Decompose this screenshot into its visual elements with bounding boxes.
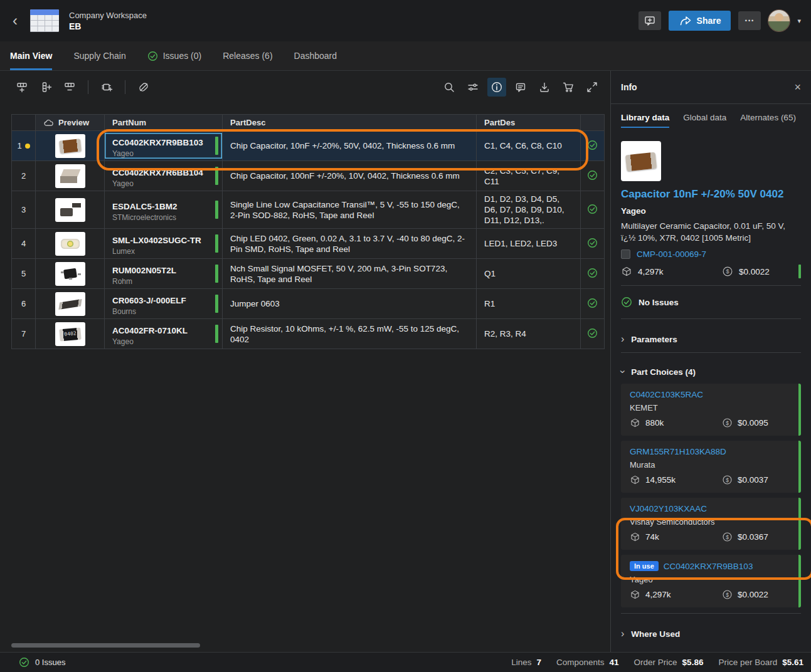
part-number: SML-LX0402SUGC-TR xyxy=(112,235,215,246)
partdesc-cell[interactable]: Single Line Low Capacitance Transil™, 5 … xyxy=(223,191,477,229)
row-number-cell: 6 xyxy=(12,289,36,319)
partnum-cell[interactable]: RUM002N05T2L Rohm xyxy=(105,259,223,289)
part-choice-card[interactable]: In use CC0402KRX7R9BB103 Yageo 4,297k xyxy=(621,555,801,607)
table-row[interactable]: 2 CC0402KRX7R6BB104 xyxy=(12,161,605,191)
parameters-section-toggle[interactable]: › Parameters xyxy=(621,326,801,352)
part-choice-mpn-link[interactable]: CC0402KRX7R9BB103 xyxy=(664,562,753,571)
document-tab[interactable]: Main View xyxy=(10,41,52,70)
table-row[interactable]: 1 CC0402KRX7R9BB103 xyxy=(12,131,605,161)
part-number: RUM002N05T2L xyxy=(112,265,215,276)
partdesc-cell[interactable]: Chip Resistor, 10 kOhms, +/-1 %, 62.5 mW… xyxy=(223,319,477,349)
partdes-header[interactable]: PartDes xyxy=(477,115,581,131)
partdes-cell[interactable]: C2, C3, C5, C7, C9, C11 xyxy=(477,161,581,191)
info-panel-tab[interactable]: Global data xyxy=(683,104,726,131)
partdes-cell[interactable]: LED1, LED2, LED3 xyxy=(477,229,581,259)
preview-cell xyxy=(36,191,105,229)
partnum-cell[interactable]: CC0402KRX7R6BB104 Yageo xyxy=(105,161,223,191)
horizontal-scrollbar[interactable] xyxy=(11,643,200,648)
partnum-cell[interactable]: CC0402KRX7R9BB103 Yageo xyxy=(105,131,223,161)
add-column-button[interactable] xyxy=(36,78,55,97)
manufacturer: Yageo xyxy=(112,337,215,347)
app-header: ‹ Company Workspace EB Share xyxy=(0,0,811,41)
document-tab[interactable]: Issues (0) xyxy=(147,41,201,70)
download-button[interactable] xyxy=(535,78,554,97)
preview-header[interactable]: Preview xyxy=(36,115,105,131)
partnum-cell[interactable]: SML-LX0402SUGC-TR Lumex xyxy=(105,229,223,259)
partdesc-cell[interactable]: Jumper 0603 xyxy=(223,289,477,319)
cmp-link[interactable]: CMP-001-00069-7 xyxy=(637,249,706,259)
bom-table: Preview PartNum PartDesc PartDes xyxy=(11,114,604,349)
cart-icon xyxy=(562,81,575,93)
share-button[interactable]: Share xyxy=(669,11,731,31)
avatar[interactable] xyxy=(768,10,790,31)
share-label: Share xyxy=(697,16,721,26)
document-tab[interactable]: Dashboard xyxy=(294,41,337,70)
comment-icon xyxy=(514,81,527,93)
partnum-header[interactable]: PartNum xyxy=(105,115,223,131)
status-cell xyxy=(581,319,605,349)
comment-button[interactable] xyxy=(639,11,661,30)
cart-button[interactable] xyxy=(559,78,578,97)
document-tab[interactable]: Supply Chain xyxy=(73,41,125,70)
partdes-cell[interactable]: R1 xyxy=(477,289,581,319)
table-row[interactable]: 6 CR0603-J/-000ELF xyxy=(12,289,605,319)
unlink-button[interactable] xyxy=(134,78,153,97)
preview-cell xyxy=(36,131,105,161)
svg-text:$: $ xyxy=(726,420,729,426)
info-icon xyxy=(490,81,503,93)
part-choice-mpn-link[interactable]: C0402C103K5RAC xyxy=(630,390,703,399)
remove-row-button[interactable] xyxy=(60,78,79,97)
info-panel-tab[interactable]: Alternates (65) xyxy=(740,104,796,131)
stock-quantity: 14,955k xyxy=(645,475,676,485)
filter-button[interactable] xyxy=(464,78,482,97)
expand-button[interactable] xyxy=(583,78,602,97)
ellipsis-icon: ••• xyxy=(745,18,755,24)
cmp-checkbox[interactable] xyxy=(621,249,630,259)
part-choice-card[interactable]: C0402C103K5RAC KEMET 880k xyxy=(621,384,801,436)
partdesc-cell[interactable]: Chip Capacitor, 100nF +/-20%, 10V, 0402,… xyxy=(223,161,477,191)
info-panel-tab[interactable]: Library data xyxy=(621,104,669,131)
add-component-button[interactable] xyxy=(97,78,116,97)
more-options-button[interactable]: ••• xyxy=(738,11,761,30)
partdesc-cell[interactable]: Chip LED 0402, Green, 0.02 A, 3.1 to 3.7… xyxy=(223,229,477,259)
part-choice-card[interactable]: GRM155R71H103KA88D Murata 14,955k xyxy=(621,441,801,493)
partdes-cell[interactable]: R2, R3, R4 xyxy=(477,319,581,349)
partdesc-header[interactable]: PartDesc xyxy=(223,115,477,131)
partnum-cell[interactable]: AC0402FR-0710KL Yageo xyxy=(105,319,223,349)
where-used-section-toggle[interactable]: › Where Used xyxy=(621,621,801,647)
partdes-cell[interactable]: C1, C4, C6, C8, C10 xyxy=(477,131,581,161)
table-row[interactable]: 3 ESDALC5-1BM2 xyxy=(12,191,605,229)
part-choice-mpn-link[interactable]: GRM155R71H103KA88D xyxy=(630,447,726,456)
unit-price: $0.0367 xyxy=(738,532,768,542)
partdesc-cell[interactable]: Chip Capacitor, 10nF +/-20%, 50V, 0402, … xyxy=(223,131,477,161)
part-choice-mpn-link[interactable]: VJ0402Y103KXAAC xyxy=(630,504,707,513)
table-row[interactable]: 5 RUM002N05T2L xyxy=(12,259,605,289)
manufacturer: Yageo xyxy=(112,179,215,189)
expand-icon xyxy=(586,81,598,93)
partdes-cell[interactable]: D1, D2, D3, D4, D5, D6, D7, D8, D9, D10,… xyxy=(477,191,581,229)
part-title[interactable]: Capacitor 10nF +/-20% 50V 0402 xyxy=(621,187,801,201)
table-row[interactable]: 7 0402 AC0402FR-0710KL xyxy=(12,319,605,349)
partdesc-cell[interactable]: Nch Small Signal MOSFET, 50 V, 200 mA, 3… xyxy=(223,259,477,289)
stock-box-icon xyxy=(621,266,632,277)
close-icon[interactable]: × xyxy=(794,81,801,93)
document-tab[interactable]: Releases (6) xyxy=(223,41,272,70)
add-row-button[interactable] xyxy=(13,78,31,97)
issues-ok-icon xyxy=(147,51,158,61)
part-preview-image xyxy=(55,198,85,222)
chevron-down-icon[interactable]: ▾ xyxy=(797,17,801,25)
part-preview-image xyxy=(55,292,85,316)
info-button[interactable] xyxy=(487,78,506,97)
comments-button[interactable] xyxy=(511,78,530,97)
svg-text:$: $ xyxy=(726,592,729,598)
panel-title: Info xyxy=(621,82,637,92)
search-button[interactable] xyxy=(440,78,459,97)
back-button[interactable]: ‹ xyxy=(10,13,20,28)
part-choices-section-toggle[interactable]: › Part Choices (4) xyxy=(621,360,801,384)
partnum-cell[interactable]: CR0603-J/-000ELF Bourns xyxy=(105,289,223,319)
part-number: AC0402FR-0710KL xyxy=(112,325,215,336)
partnum-cell[interactable]: ESDALC5-1BM2 STMicroelectronics xyxy=(105,191,223,229)
part-choice-card[interactable]: VJ0402Y103KXAAC Vishay Semiconductors 74… xyxy=(621,498,801,550)
table-row[interactable]: 4 SML-LX0402SUGC-TR xyxy=(12,229,605,259)
partdes-cell[interactable]: Q1 xyxy=(477,259,581,289)
